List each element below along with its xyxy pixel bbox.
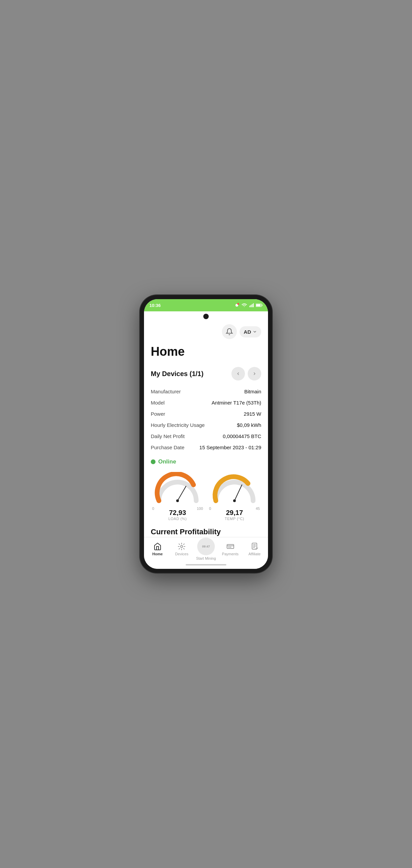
nav-start-mining-label: Start Mining: [196, 556, 216, 560]
device-nav-buttons: [231, 367, 261, 380]
table-row: Daily Net Profit 0,00004475 BTC: [151, 431, 261, 442]
load-gauge-svg: [152, 472, 203, 506]
start-mining-time: 09:47: [202, 545, 210, 548]
svg-line-9: [178, 486, 186, 501]
svg-point-1: [237, 303, 239, 305]
nav-item-devices[interactable]: Devices: [170, 539, 194, 559]
status-bar: 10:36: [144, 299, 268, 311]
device-label-4: Daily Net Profit: [151, 433, 185, 439]
device-value-3: $0,09 kWh: [237, 422, 261, 428]
gauges-row: 0 100 72,93 LOAD (%): [151, 472, 261, 521]
bottom-nav: Home Devices 09:47 Start Mining: [144, 537, 268, 561]
load-label: LOAD (%): [168, 517, 187, 521]
home-bar: [186, 564, 226, 565]
load-min: 0: [152, 507, 154, 511]
device-value-5: 15 September 2023 - 01:29: [199, 445, 261, 450]
temp-max: 45: [256, 507, 260, 511]
affiliate-icon: [250, 542, 259, 551]
payments-icon: [226, 542, 235, 551]
notification-status-icon: [234, 303, 240, 308]
table-row: Power 2915 W: [151, 408, 261, 419]
notification-button[interactable]: [222, 324, 237, 339]
load-value: 72,93: [169, 509, 186, 517]
status-time: 10:36: [149, 303, 161, 308]
camera-dot: [203, 314, 209, 319]
devices-icon: [177, 542, 186, 551]
devices-section-title: My Devices (1/1): [151, 370, 204, 378]
table-row: Manufacturer Bitmain: [151, 386, 261, 397]
battery-icon: [256, 303, 263, 308]
temp-label: TEMP (°C): [225, 517, 244, 521]
user-profile-button[interactable]: AD: [240, 326, 261, 337]
device-label-5: Purchase Date: [151, 445, 184, 450]
device-label-3: Hourly Electricity Usage: [151, 422, 205, 428]
page-title: Home: [151, 345, 261, 359]
nav-item-affiliate[interactable]: Affiliate: [242, 539, 267, 559]
nav-item-home[interactable]: Home: [145, 539, 170, 559]
svg-rect-7: [256, 304, 261, 306]
bell-icon: [226, 328, 233, 335]
online-status-text: Online: [158, 458, 176, 465]
svg-rect-2: [249, 306, 250, 307]
load-max: 100: [197, 507, 203, 511]
table-row: Hourly Electricity Usage $0,09 kWh: [151, 419, 261, 431]
home-indicator: [144, 561, 268, 569]
device-label-2: Power: [151, 411, 165, 417]
svg-point-10: [176, 499, 179, 502]
devices-section-header: My Devices (1/1): [151, 367, 261, 380]
temp-min: 0: [209, 507, 211, 511]
user-initials: AD: [244, 329, 251, 335]
signal-icon: [249, 303, 254, 308]
svg-rect-14: [227, 544, 234, 549]
nav-home-label: Home: [152, 552, 163, 556]
temp-gauge-svg: [209, 472, 260, 506]
chevron-down-icon: [252, 329, 257, 334]
load-gauge: 0 100 72,93 LOAD (%): [151, 472, 204, 521]
nav-affiliate-label: Affiliate: [248, 552, 261, 556]
device-value-1: Antminer T17e (53Th): [212, 400, 261, 406]
chevron-right-icon: [252, 371, 257, 376]
wifi-icon: [242, 303, 247, 308]
device-label-1: Model: [151, 400, 165, 406]
device-table: Manufacturer Bitmain Model Antminer T17e…: [151, 386, 261, 453]
header-row: AD: [151, 324, 261, 339]
table-row: Model Antminer T17e (53Th): [151, 397, 261, 408]
screen-content[interactable]: AD Home My Devices (1/1): [144, 322, 268, 537]
temp-gauge-wrap: [209, 472, 260, 506]
home-icon: [153, 542, 162, 551]
next-device-button[interactable]: [248, 367, 261, 380]
device-label-0: Manufacturer: [151, 389, 181, 394]
nav-devices-label: Devices: [175, 552, 188, 556]
load-gauge-wrap: [152, 472, 203, 506]
nav-item-payments[interactable]: Payments: [218, 539, 243, 559]
status-icons: [234, 303, 263, 308]
chevron-left-icon: [236, 371, 241, 376]
online-indicator: [151, 459, 156, 464]
phone-frame: 10:36: [140, 295, 272, 573]
svg-point-13: [181, 545, 183, 547]
device-value-2: 2915 W: [244, 411, 261, 417]
svg-point-12: [233, 499, 236, 502]
temp-value: 29,17: [226, 509, 243, 517]
svg-rect-5: [253, 303, 254, 307]
start-mining-button[interactable]: 09:47: [197, 538, 215, 555]
notch-area: [144, 311, 268, 322]
svg-rect-3: [251, 305, 251, 307]
svg-rect-4: [252, 304, 252, 307]
nav-item-start-mining[interactable]: 09:47 Start Mining: [194, 535, 218, 563]
nav-payments-label: Payments: [222, 552, 239, 556]
svg-line-11: [234, 485, 242, 501]
online-status-row: Online: [151, 458, 261, 465]
svg-rect-8: [262, 305, 262, 306]
temp-gauge: 0 45 29,17 TEMP (°C): [208, 472, 261, 521]
prev-device-button[interactable]: [231, 367, 245, 380]
device-value-4: 0,00004475 BTC: [223, 433, 261, 439]
table-row: Purchase Date 15 September 2023 - 01:29: [151, 442, 261, 453]
device-value-0: Bitmain: [244, 389, 261, 394]
phone-screen: 10:36: [144, 299, 268, 569]
